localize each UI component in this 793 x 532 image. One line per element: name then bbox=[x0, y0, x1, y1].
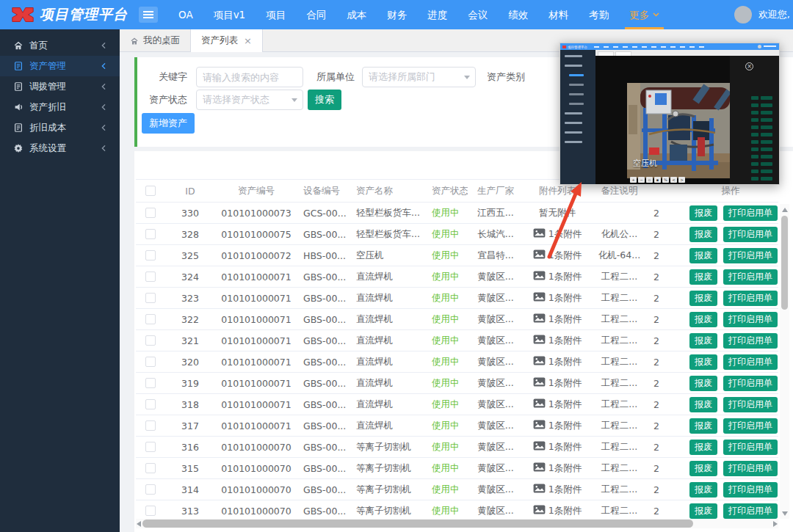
scrap-button[interactable]: 报废 bbox=[689, 503, 717, 519]
menu-toggle-button[interactable] bbox=[139, 7, 158, 23]
scrap-button[interactable]: 报废 bbox=[689, 269, 717, 285]
unit-select[interactable]: 请选择所属部门 bbox=[362, 67, 476, 87]
scroll-left-arrow[interactable] bbox=[137, 521, 141, 527]
viewer-close-icon[interactable]: × bbox=[745, 62, 753, 70]
nav-item-6[interactable]: 进度 bbox=[417, 0, 457, 29]
vertical-scrollbar[interactable] bbox=[780, 204, 789, 519]
viewer-tool-2[interactable]: ▫ bbox=[646, 177, 653, 183]
viewer-tool-0[interactable]: + bbox=[630, 177, 637, 183]
print-enable-button[interactable]: 打印启用单 bbox=[723, 269, 778, 285]
scrap-button[interactable]: 报废 bbox=[689, 312, 717, 327]
nav-item-7[interactable]: 会议 bbox=[457, 0, 498, 29]
print-enable-button[interactable]: 打印启用单 bbox=[723, 291, 778, 306]
row-checkbox[interactable] bbox=[145, 208, 156, 218]
row-checkbox[interactable] bbox=[145, 335, 156, 346]
close-icon[interactable]: × bbox=[244, 35, 252, 46]
print-enable-button[interactable]: 打印启用单 bbox=[723, 376, 778, 391]
avatar[interactable] bbox=[734, 6, 752, 23]
nav-item-5[interactable]: 财务 bbox=[377, 0, 417, 29]
sidebar-item-2[interactable]: 调拨管理 bbox=[0, 76, 120, 97]
scrap-button[interactable]: 报废 bbox=[689, 354, 717, 370]
nav-item-10[interactable]: 考勤 bbox=[579, 0, 619, 29]
scrap-button[interactable]: 报废 bbox=[689, 205, 717, 221]
row-checkbox[interactable] bbox=[145, 250, 156, 260]
tab-my-desktop[interactable]: 我的桌面 bbox=[120, 29, 191, 52]
scrap-button[interactable]: 报废 bbox=[689, 461, 717, 476]
nav-item-8[interactable]: 绩效 bbox=[498, 0, 538, 29]
attachment-count-link[interactable]: 1条附件 bbox=[548, 249, 582, 262]
nav-item-0[interactable]: OA bbox=[168, 0, 203, 29]
viewer-tool-1[interactable]: − bbox=[638, 177, 645, 183]
nav-item-2[interactable]: 项目 bbox=[256, 0, 296, 29]
nav-item-9[interactable]: 材料 bbox=[538, 0, 579, 29]
nav-item-1[interactable]: 项目v1 bbox=[203, 0, 256, 29]
viewer-tool-3[interactable]: ▪ bbox=[654, 177, 661, 183]
viewer-tool-6[interactable]: > bbox=[678, 177, 685, 183]
scroll-down-arrow[interactable] bbox=[782, 511, 788, 516]
print-enable-button[interactable]: 打印启用单 bbox=[723, 440, 778, 455]
vertical-scroll-thumb[interactable] bbox=[781, 216, 788, 310]
print-enable-button[interactable]: 打印启用单 bbox=[723, 227, 778, 242]
search-button[interactable]: 搜索 bbox=[308, 90, 341, 110]
print-enable-button[interactable]: 打印启用单 bbox=[723, 205, 778, 221]
attachment-count-link[interactable]: 1条附件 bbox=[548, 228, 582, 241]
nav-item-4[interactable]: 成本 bbox=[336, 0, 377, 29]
scrap-button[interactable]: 报废 bbox=[689, 397, 717, 412]
print-enable-button[interactable]: 打印启用单 bbox=[723, 397, 778, 412]
row-checkbox[interactable] bbox=[145, 506, 156, 516]
row-checkbox[interactable] bbox=[145, 442, 156, 452]
sidebar-item-5[interactable]: 系统设置 bbox=[0, 138, 120, 158]
viewer-tool-5[interactable]: < bbox=[670, 177, 677, 183]
attachment-count-link[interactable]: 1条附件 bbox=[548, 292, 582, 305]
attachment-count-link[interactable]: 1条附件 bbox=[548, 335, 582, 347]
horizontal-scroll-thumb[interactable] bbox=[142, 520, 693, 528]
select-all-checkbox[interactable] bbox=[145, 186, 156, 196]
scrap-button[interactable]: 报废 bbox=[689, 440, 717, 455]
horizontal-scrollbar[interactable] bbox=[136, 519, 778, 528]
print-enable-button[interactable]: 打印启用单 bbox=[723, 248, 778, 263]
row-checkbox[interactable] bbox=[145, 272, 156, 282]
viewer-tool-4[interactable]: % bbox=[662, 177, 669, 183]
scrap-button[interactable]: 报废 bbox=[689, 227, 717, 242]
print-enable-button[interactable]: 打印启用单 bbox=[723, 418, 778, 434]
add-asset-button[interactable]: 新增资产 bbox=[142, 113, 195, 134]
keyword-input[interactable] bbox=[203, 72, 297, 83]
scrap-button[interactable]: 报废 bbox=[689, 333, 717, 349]
row-checkbox[interactable] bbox=[145, 314, 156, 324]
print-enable-button[interactable]: 打印启用单 bbox=[723, 482, 778, 498]
scrap-button[interactable]: 报废 bbox=[689, 418, 717, 434]
row-checkbox[interactable] bbox=[145, 420, 156, 431]
sidebar-item-3[interactable]: 资产折旧 bbox=[0, 97, 120, 117]
row-checkbox[interactable] bbox=[145, 399, 156, 409]
attachment-count-link[interactable]: 1条附件 bbox=[548, 420, 582, 432]
sidebar-item-0[interactable]: 首页 bbox=[0, 35, 120, 56]
print-enable-button[interactable]: 打印启用单 bbox=[723, 333, 778, 349]
print-enable-button[interactable]: 打印启用单 bbox=[723, 354, 778, 370]
sidebar-item-4[interactable]: 折旧成本 bbox=[0, 117, 120, 138]
print-enable-button[interactable]: 打印启用单 bbox=[723, 503, 778, 519]
sidebar-item-1[interactable]: 资产管理 bbox=[0, 56, 120, 76]
attachment-count-link[interactable]: 1条附件 bbox=[548, 505, 582, 517]
nav-item-3[interactable]: 合同 bbox=[296, 0, 336, 29]
row-checkbox[interactable] bbox=[145, 293, 156, 303]
attachment-count-link[interactable]: 1条附件 bbox=[548, 462, 582, 475]
attachment-count-link[interactable]: 1条附件 bbox=[548, 313, 582, 326]
attachment-count-link[interactable]: 1条附件 bbox=[548, 484, 582, 496]
row-checkbox[interactable] bbox=[145, 484, 156, 495]
row-checkbox[interactable] bbox=[145, 463, 156, 473]
attachment-count-link[interactable]: 1条附件 bbox=[548, 377, 582, 390]
print-enable-button[interactable]: 打印启用单 bbox=[723, 461, 778, 476]
attachment-count-link[interactable]: 1条附件 bbox=[548, 441, 582, 453]
row-checkbox[interactable] bbox=[145, 378, 156, 388]
status-select[interactable]: 请选择资产状态 bbox=[196, 90, 303, 110]
scroll-up-arrow[interactable] bbox=[782, 208, 788, 212]
tab-asset-list[interactable]: 资产列表 × bbox=[191, 29, 263, 52]
scrap-button[interactable]: 报废 bbox=[689, 376, 717, 391]
scrap-button[interactable]: 报废 bbox=[689, 291, 717, 306]
nav-item-more[interactable]: 更多 bbox=[619, 0, 670, 29]
print-enable-button[interactable]: 打印启用单 bbox=[723, 312, 778, 327]
attachment-count-link[interactable]: 1条附件 bbox=[548, 271, 582, 283]
row-checkbox[interactable] bbox=[145, 229, 156, 239]
row-checkbox[interactable] bbox=[145, 357, 156, 367]
scrap-button[interactable]: 报废 bbox=[689, 248, 717, 263]
